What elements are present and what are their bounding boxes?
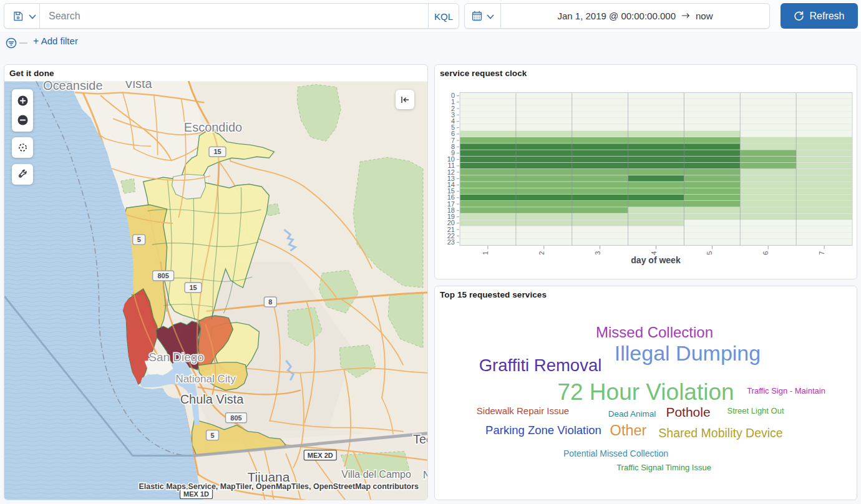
svg-text:7: 7 bbox=[818, 251, 825, 255]
svg-text:6: 6 bbox=[762, 251, 769, 255]
svg-text:National City: National City bbox=[175, 373, 236, 385]
svg-text:15: 15 bbox=[213, 148, 221, 155]
svg-text:5: 5 bbox=[137, 236, 141, 243]
svg-text:Escondido: Escondido bbox=[184, 120, 242, 134]
svg-text:15: 15 bbox=[189, 284, 197, 291]
svg-text:N: N bbox=[423, 470, 427, 480]
svg-text:MEX 1D: MEX 1D bbox=[183, 490, 209, 498]
svg-text:4: 4 bbox=[650, 251, 658, 255]
svg-text:Oceanside: Oceanside bbox=[43, 81, 102, 92]
svg-text:Elastic Maps Service, MapTiler: Elastic Maps Service, MapTiler, OpenMapT… bbox=[139, 482, 419, 491]
svg-text:5: 5 bbox=[706, 251, 713, 255]
svg-text:day of week: day of week bbox=[631, 255, 681, 265]
svg-text:1: 1 bbox=[482, 251, 489, 255]
svg-text:5: 5 bbox=[210, 432, 214, 439]
svg-text:Vista: Vista bbox=[125, 81, 153, 90]
svg-text:Tec: Tec bbox=[413, 432, 427, 446]
svg-text:San Diego: San Diego bbox=[148, 351, 204, 364]
svg-text:MEX 2D: MEX 2D bbox=[308, 452, 333, 459]
svg-text:805: 805 bbox=[157, 272, 168, 279]
svg-text:2: 2 bbox=[538, 251, 545, 255]
svg-text:Villa del Campo: Villa del Campo bbox=[341, 469, 411, 480]
svg-text:3: 3 bbox=[594, 251, 601, 255]
svg-text:805: 805 bbox=[230, 414, 241, 422]
svg-text:8: 8 bbox=[268, 298, 272, 306]
svg-text:23: 23 bbox=[447, 238, 455, 246]
svg-text:Chula Vista: Chula Vista bbox=[180, 392, 245, 406]
